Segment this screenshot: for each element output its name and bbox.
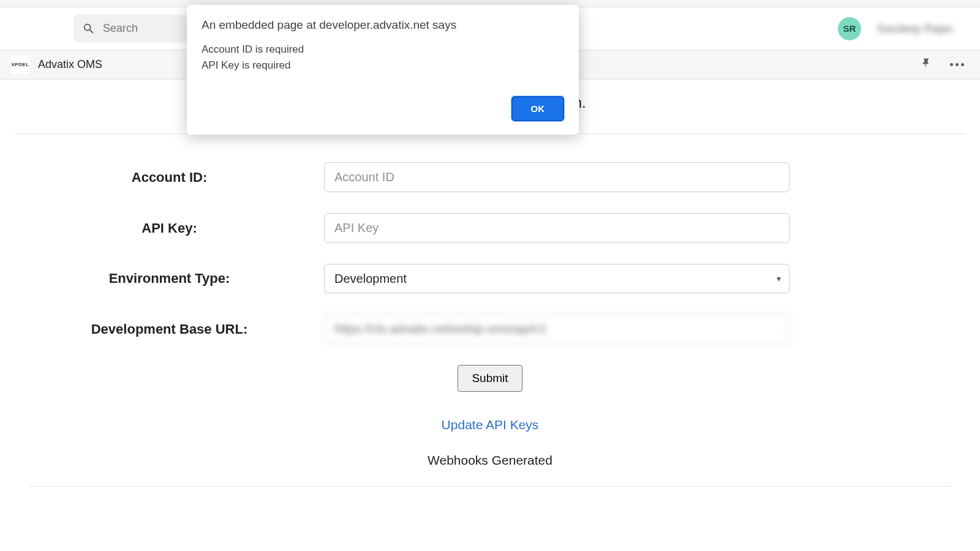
environment-select[interactable]: Development — [324, 264, 790, 293]
avatar[interactable]: SR — [838, 17, 861, 40]
account-id-label: Account ID: — [15, 170, 324, 186]
submit-button[interactable]: Submit — [458, 365, 522, 392]
config-form: Account ID: API Key: Environment Type: D… — [0, 134, 980, 487]
api-key-input[interactable] — [324, 213, 790, 243]
alert-ok-button[interactable]: OK — [511, 96, 565, 121]
username-label: Sandeep Rajan — [877, 23, 969, 35]
app-logo-icon: XPDEL — [11, 56, 29, 74]
alert-title: An embedded page at developer.advatix.ne… — [202, 18, 564, 32]
app-title: Advatix OMS — [38, 58, 102, 71]
update-api-keys-link[interactable]: Update API Keys — [442, 418, 539, 432]
base-url-input[interactable] — [324, 314, 790, 344]
js-alert-dialog: An embedded page at developer.advatix.ne… — [187, 5, 579, 135]
more-icon[interactable] — [945, 61, 969, 69]
pin-icon[interactable] — [916, 55, 937, 74]
alert-message-line2: API Key is required — [202, 58, 564, 73]
environment-label: Environment Type: — [15, 271, 324, 287]
search-icon — [82, 22, 96, 36]
webhooks-status: Webhooks Generated — [29, 453, 951, 487]
account-id-input[interactable] — [324, 162, 790, 192]
base-url-label: Development Base URL: — [15, 321, 324, 337]
alert-message-line1: Account ID is required — [202, 42, 564, 58]
api-key-label: API Key: — [15, 220, 324, 236]
